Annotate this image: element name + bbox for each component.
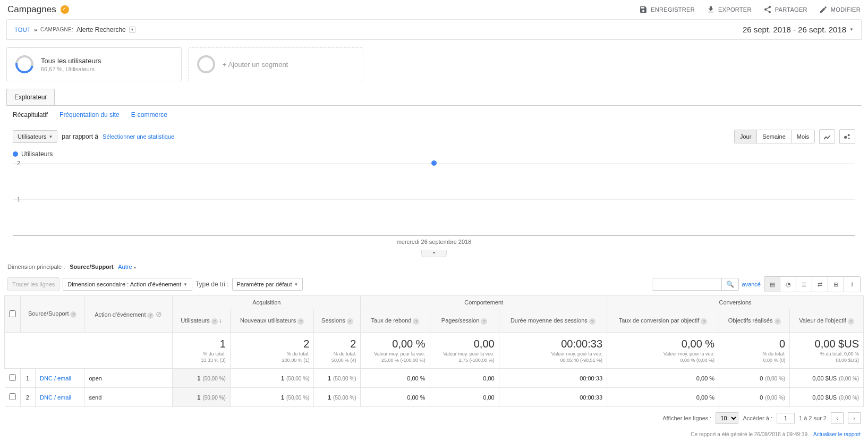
subtab-frequentation[interactable]: Fréquentation du site: [59, 111, 120, 118]
col-sessions[interactable]: Sessions?: [314, 309, 361, 333]
col-source-support[interactable]: Source/Support?: [21, 296, 84, 333]
segment-placeholder-icon: [197, 55, 215, 73]
advanced-filter-link[interactable]: avancé: [742, 281, 761, 287]
primary-dimension-value[interactable]: Source/Support: [70, 264, 114, 270]
date-range-picker[interactable]: 26 sept. 2018 - 26 sept. 2018 ▼: [743, 25, 854, 34]
chart-type-line-icon[interactable]: [819, 129, 835, 144]
remove-dimension-icon[interactable]: ⊘: [156, 310, 162, 318]
summary-row: 1% du total:33,33 % (3) 2% du total:200,…: [5, 333, 864, 369]
breadcrumb-campaign-label: CAMPAGNE:: [40, 27, 73, 32]
export-icon: [707, 5, 715, 14]
save-button[interactable]: ENREGISTRER: [639, 5, 695, 14]
svg-point-2: [848, 138, 850, 139]
breadcrumb-campaign-value: Alerte Recherche: [76, 26, 126, 33]
row-source-link[interactable]: DNC / email: [40, 394, 71, 401]
legend-label: Utilisateurs: [21, 150, 53, 158]
segment-donut-icon: [12, 52, 37, 77]
chart-point[interactable]: [431, 160, 437, 166]
save-icon: [639, 5, 648, 14]
chevron-down-icon: ▼: [294, 282, 299, 287]
sort-type-label: Type de tri :: [195, 281, 229, 288]
row-event-action: send: [84, 388, 173, 407]
secondary-dimension-selector[interactable]: Dimension secondaire : Action d'événemen…: [63, 278, 192, 291]
chart: 2 1: [13, 161, 855, 235]
show-rows-label: Afficher les lignes :: [662, 415, 711, 421]
col-group-conversions: Conversions: [607, 296, 864, 309]
share-icon: [763, 5, 772, 14]
col-group-behaviour: Comportement: [361, 296, 607, 309]
granularity-day[interactable]: Jour: [735, 130, 757, 143]
verified-badge-icon: [61, 5, 69, 14]
row-checkbox[interactable]: [9, 393, 16, 400]
col-bounce-rate[interactable]: Taux de rebond?: [361, 309, 430, 333]
table-search-input[interactable]: [652, 278, 721, 290]
row-index: 2.: [21, 388, 36, 407]
table-row: 2. DNC / email send 1(50,00 %) 1(50,00 %…: [5, 388, 864, 407]
subtab-ecommerce[interactable]: E-commerce: [131, 111, 167, 118]
share-button[interactable]: PARTAGER: [763, 5, 807, 14]
svg-point-1: [848, 134, 850, 136]
pagination-range: 1 à 2 sur 2: [799, 415, 827, 421]
collapse-chart-handle[interactable]: ▾: [421, 250, 447, 257]
chevron-down-icon: ▾: [134, 265, 136, 270]
trace-lines-button: Tracer les lignes: [7, 277, 59, 291]
sort-type-selector[interactable]: Paramètre par défaut ▼: [232, 278, 303, 291]
refresh-report-link[interactable]: Actualiser le rapport: [813, 431, 861, 437]
prev-page-button[interactable]: ‹: [831, 412, 844, 424]
edit-label: MODIFIER: [831, 6, 861, 13]
edit-button[interactable]: MODIFIER: [819, 5, 861, 14]
row-source-link[interactable]: DNC / email: [40, 375, 71, 381]
breadcrumb-dropdown[interactable]: ▾: [129, 27, 135, 33]
vs-label: par rapport à: [62, 133, 98, 140]
search-icon[interactable]: 🔍: [721, 278, 738, 290]
export-label: EXPORTER: [718, 6, 752, 13]
row-checkbox[interactable]: [9, 374, 16, 381]
date-range-text: 26 sept. 2018 - 26 sept. 2018: [743, 25, 846, 34]
row-index: 1.: [21, 369, 36, 388]
share-label: PARTAGER: [775, 6, 807, 13]
rows-per-page-select[interactable]: 10: [716, 412, 738, 424]
col-event-action[interactable]: Action d'événement?⊘: [84, 296, 173, 333]
col-goal-value[interactable]: Valeur de l'objectif?: [790, 309, 864, 333]
subtab-recap[interactable]: Récapitulatif: [13, 111, 48, 118]
tab-explorer[interactable]: Explorateur: [6, 89, 55, 105]
view-pivot-icon[interactable]: ⫴: [844, 277, 860, 292]
breadcrumb-all[interactable]: TOUT: [14, 27, 31, 33]
col-users[interactable]: Utilisateurs?↓: [173, 309, 231, 333]
goto-label: Accéder à :: [743, 415, 772, 421]
help-icon[interactable]: ?: [70, 311, 76, 318]
granularity-week[interactable]: Semaine: [757, 130, 791, 143]
y-tick-2: 2: [17, 160, 20, 166]
primary-dimension-label: Dimension principale :: [7, 264, 65, 270]
view-data-table-icon[interactable]: ▤: [764, 277, 780, 292]
col-pages-session[interactable]: Pages/session?: [430, 309, 499, 333]
goto-input[interactable]: [777, 413, 795, 423]
col-group-acquisition: Acquisition: [173, 296, 361, 309]
metric-selector[interactable]: Utilisateurs ▼: [13, 130, 57, 143]
view-comparison-icon[interactable]: ⇄: [812, 277, 828, 292]
segment-all-users[interactable]: Tous les utilisateurs 66,67 %, Utilisate…: [6, 47, 182, 81]
view-bar-icon[interactable]: ≣: [796, 277, 812, 292]
view-term-cloud-icon[interactable]: ⊞: [828, 277, 844, 292]
segment-subtitle: 66,67 %, Utilisateurs: [41, 66, 101, 72]
chevron-down-icon: ▼: [48, 134, 53, 139]
metric-selector-label: Utilisateurs: [18, 133, 46, 140]
col-goals[interactable]: Objectifs réalisés?: [719, 309, 790, 333]
select-all-checkbox[interactable]: [9, 310, 16, 317]
save-label: ENREGISTRER: [651, 6, 695, 13]
dimension-other-link[interactable]: Autre: [118, 264, 132, 270]
granularity-month[interactable]: Mois: [792, 130, 814, 143]
add-segment-button[interactable]: + Ajouter un segment: [188, 47, 363, 81]
next-page-button[interactable]: ›: [848, 412, 861, 424]
help-icon[interactable]: ?: [147, 312, 154, 319]
col-conversion-rate[interactable]: Taux de conversion par objectif?: [607, 309, 719, 333]
col-new-users[interactable]: Nouveaux utilisateurs?: [230, 309, 314, 333]
view-pie-icon[interactable]: ◔: [780, 277, 796, 292]
col-avg-duration[interactable]: Durée moyenne des sessions?: [499, 309, 607, 333]
add-segment-label: + Ajouter un segment: [223, 61, 288, 69]
chart-type-bubble-icon[interactable]: [839, 129, 855, 144]
export-button[interactable]: EXPORTER: [707, 5, 752, 14]
select-statistic-link[interactable]: Sélectionner une statistique: [103, 133, 174, 140]
granularity-toggle: Jour Semaine Mois: [734, 130, 815, 143]
secondary-dimension-label: Dimension secondaire : Action d'événemen…: [67, 281, 181, 287]
